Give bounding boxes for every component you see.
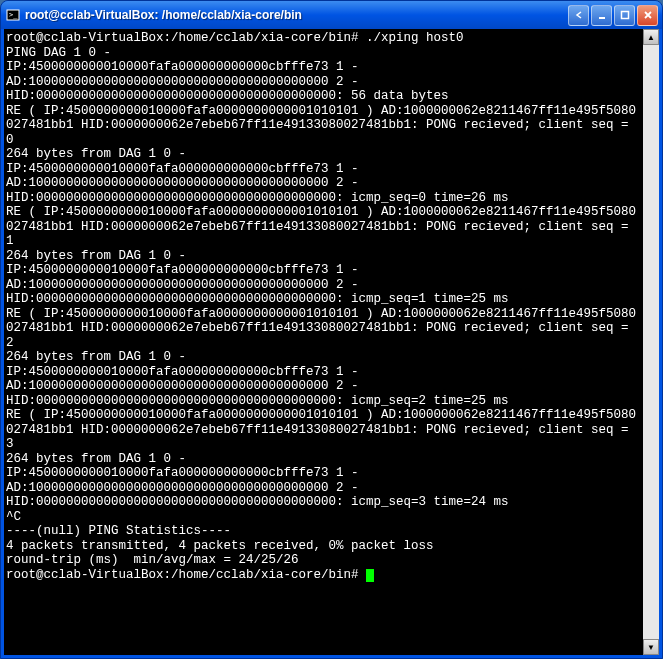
terminal-line: root@cclab-VirtualBox:/home/cclab/xia-co… bbox=[6, 31, 641, 46]
terminal-line: HID:000000000000000000000000000000000000… bbox=[6, 89, 641, 104]
terminal-line: AD:1000000000000000000000000000000000000… bbox=[6, 379, 641, 394]
titlebar[interactable]: >_ root@cclab-VirtualBox: /home/cclab/xi… bbox=[1, 1, 662, 29]
svg-rect-3 bbox=[621, 12, 628, 19]
terminal-line: IP:4500000000010000fafa000000000000cbfff… bbox=[6, 162, 641, 177]
terminal-icon: >_ bbox=[5, 7, 21, 23]
scroll-up-arrow[interactable]: ▲ bbox=[643, 29, 659, 45]
terminal-line: AD:1000000000000000000000000000000000000… bbox=[6, 176, 641, 191]
cursor-icon bbox=[366, 569, 374, 582]
terminal-line: 264 bytes from DAG 1 0 - bbox=[6, 147, 641, 162]
terminal-line: RE ( IP:4500000000010000fafa000000000000… bbox=[6, 205, 641, 249]
terminal-line: HID:000000000000000000000000000000000000… bbox=[6, 191, 641, 206]
vertical-scrollbar[interactable]: ▲ ▼ bbox=[643, 29, 659, 655]
terminal-line: IP:4500000000010000fafa000000000000cbfff… bbox=[6, 263, 641, 278]
terminal-line: PING DAG 1 0 - bbox=[6, 46, 641, 61]
svg-rect-2 bbox=[599, 17, 605, 19]
terminal-line: AD:1000000000000000000000000000000000000… bbox=[6, 481, 641, 496]
scroll-down-arrow[interactable]: ▼ bbox=[643, 639, 659, 655]
terminal-line: 264 bytes from DAG 1 0 - bbox=[6, 452, 641, 467]
terminal-line: ^C bbox=[6, 510, 641, 525]
terminal-window: >_ root@cclab-VirtualBox: /home/cclab/xi… bbox=[0, 0, 663, 659]
scroll-track[interactable] bbox=[643, 45, 659, 639]
terminal-line: AD:1000000000000000000000000000000000000… bbox=[6, 278, 641, 293]
terminal-line: 264 bytes from DAG 1 0 - bbox=[6, 350, 641, 365]
svg-text:>_: >_ bbox=[9, 11, 18, 19]
terminal-line: 264 bytes from DAG 1 0 - bbox=[6, 249, 641, 264]
terminal-container: root@cclab-VirtualBox:/home/cclab/xia-co… bbox=[1, 29, 662, 658]
terminal-line: ----(null) PING Statistics---- bbox=[6, 524, 641, 539]
terminal-line: HID:000000000000000000000000000000000000… bbox=[6, 292, 641, 307]
terminal-line: 4 packets transmitted, 4 packets receive… bbox=[6, 539, 641, 554]
terminal-line: IP:4500000000010000fafa000000000000cbfff… bbox=[6, 60, 641, 75]
terminal-line: RE ( IP:4500000000010000fafa000000000000… bbox=[6, 408, 641, 452]
minimize-button[interactable] bbox=[591, 5, 612, 26]
close-button[interactable] bbox=[637, 5, 658, 26]
terminal-line: HID:000000000000000000000000000000000000… bbox=[6, 495, 641, 510]
terminal-line: AD:1000000000000000000000000000000000000… bbox=[6, 75, 641, 90]
maximize-button[interactable] bbox=[614, 5, 635, 26]
terminal-line: HID:000000000000000000000000000000000000… bbox=[6, 394, 641, 409]
terminal-line: IP:4500000000010000fafa000000000000cbfff… bbox=[6, 365, 641, 380]
terminal-line: RE ( IP:4500000000010000fafa000000000000… bbox=[6, 307, 641, 351]
terminal-line: RE ( IP:4500000000010000fafa000000000000… bbox=[6, 104, 641, 148]
terminal-output[interactable]: root@cclab-VirtualBox:/home/cclab/xia-co… bbox=[4, 29, 643, 655]
window-title: root@cclab-VirtualBox: /home/cclab/xia-c… bbox=[25, 8, 568, 22]
terminal-line: IP:4500000000010000fafa000000000000cbfff… bbox=[6, 466, 641, 481]
terminal-line: round-trip (ms) min/avg/max = 24/25/26 bbox=[6, 553, 641, 568]
extra-button[interactable] bbox=[568, 5, 589, 26]
window-controls bbox=[568, 5, 658, 26]
terminal-prompt-line: root@cclab-VirtualBox:/home/cclab/xia-co… bbox=[6, 568, 641, 583]
